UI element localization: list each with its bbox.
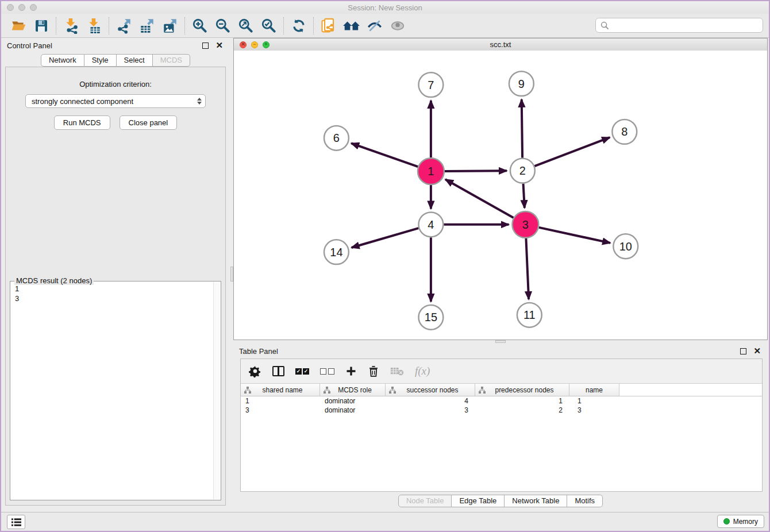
zoom-fit-button[interactable]	[234, 16, 257, 36]
graph-node-9[interactable]: 9	[509, 71, 534, 96]
edge-3-11[interactable]	[526, 238, 529, 299]
edge-2-8[interactable]	[534, 137, 610, 166]
save-session-button[interactable]	[30, 16, 53, 36]
edge-2-3[interactable]	[523, 184, 525, 208]
tab-mcds[interactable]: MCDS	[153, 54, 190, 67]
graph-node-10[interactable]: 10	[613, 234, 638, 259]
svg-text:7: 7	[428, 79, 434, 91]
close-panel-icon[interactable]: ✕	[215, 42, 223, 49]
close-panel-icon[interactable]: ✕	[753, 348, 761, 354]
first-neighbors-button[interactable]	[340, 16, 363, 36]
table-panel-tabs: Node Table Edge Table Network Table Moti…	[233, 495, 768, 507]
table-cell[interactable]: 1	[475, 397, 569, 405]
table-options-button[interactable]	[249, 365, 261, 377]
close-panel-button[interactable]: Close panel	[120, 115, 178, 130]
add-column-button[interactable]	[345, 365, 357, 377]
mcds-result-lines: 13	[10, 282, 221, 306]
graph-node-1[interactable]: 1	[418, 158, 444, 184]
status-bar: Memory	[1, 512, 769, 531]
edge-2-9[interactable]	[522, 99, 522, 158]
attribute-tree-icon	[479, 387, 486, 394]
column-header-successor-nodes[interactable]: successor nodes	[386, 384, 475, 396]
tab-motifs[interactable]: Motifs	[567, 495, 603, 507]
mcds-panel: Optimization criterion: strongly connect…	[5, 67, 226, 506]
search-icon	[600, 21, 609, 30]
criterion-select[interactable]: strongly connected component	[25, 94, 206, 108]
edge-1-6[interactable]	[351, 143, 418, 167]
import-table-button[interactable]	[83, 16, 106, 36]
graph-node-11[interactable]: 11	[517, 303, 542, 327]
zoom-fit-icon	[238, 18, 254, 34]
zoom-out-button[interactable]	[211, 16, 234, 36]
column-header-mcds-role[interactable]: MCDS role	[320, 384, 386, 396]
delete-table-button[interactable]	[390, 366, 404, 376]
select-all-rows-button[interactable]: ✓✓	[295, 368, 309, 375]
edge-4-14[interactable]	[352, 228, 419, 248]
network-window-title: scc.txt	[234, 40, 767, 49]
table-cell[interactable]: 4	[386, 397, 475, 405]
show-all-button[interactable]	[386, 16, 409, 36]
export-image-icon	[162, 18, 178, 34]
table-cell[interactable]: 3	[386, 406, 475, 414]
delete-table-icon	[390, 366, 404, 376]
network-from-selection-button[interactable]	[317, 16, 340, 36]
column-header-name[interactable]: name	[569, 384, 619, 396]
horizontal-splitter-handle[interactable]	[495, 340, 506, 343]
table-cell[interactable]: 1	[241, 397, 320, 405]
apply-layout-button[interactable]	[287, 16, 310, 36]
task-history-button[interactable]	[7, 515, 25, 529]
zoom-in-button[interactable]	[188, 16, 211, 36]
network-canvas[interactable]: 7968124314101511	[234, 51, 767, 340]
save-floppy-icon	[34, 18, 49, 33]
tab-network-table[interactable]: Network Table	[505, 495, 567, 507]
table-cell[interactable]: dominator	[320, 397, 386, 405]
tab-edge-table[interactable]: Edge Table	[452, 495, 505, 507]
open-session-button[interactable]	[7, 16, 30, 36]
table-row[interactable]: 1dominator411	[241, 396, 762, 406]
graph-node-2[interactable]: 2	[510, 159, 535, 183]
float-panel-icon[interactable]	[202, 43, 209, 49]
export-network-button[interactable]	[113, 16, 136, 36]
table-cell[interactable]: 2	[475, 406, 569, 414]
table-cell[interactable]: 3	[241, 406, 320, 414]
export-image-button[interactable]	[159, 16, 182, 36]
run-mcds-button[interactable]: Run MCDS	[54, 115, 110, 130]
zoom-selected-button[interactable]	[257, 16, 280, 36]
svg-text:9: 9	[518, 78, 525, 90]
graph-node-4[interactable]: 4	[418, 212, 443, 237]
graph-node-3[interactable]: 3	[512, 211, 538, 238]
search-input[interactable]	[612, 19, 763, 32]
graph-node-14[interactable]: 14	[324, 240, 349, 264]
table-cell[interactable]: 3	[569, 406, 619, 414]
function-builder-button[interactable]: f(x)	[415, 365, 430, 377]
graph-node-15[interactable]: 15	[418, 305, 443, 330]
import-network-button[interactable]	[60, 16, 83, 36]
table-cell[interactable]: dominator	[320, 406, 386, 414]
memory-button[interactable]: Memory	[717, 515, 764, 528]
float-panel-icon[interactable]	[740, 348, 746, 354]
result-scrollbar[interactable]	[213, 282, 220, 499]
tab-select[interactable]: Select	[117, 54, 153, 67]
hide-selected-button[interactable]	[363, 16, 386, 36]
column-header-shared-name[interactable]: shared name	[241, 384, 320, 396]
graph-node-6[interactable]: 6	[324, 126, 349, 151]
app-window: Session: New Session	[0, 0, 770, 532]
show-column-panel-button[interactable]	[272, 366, 284, 376]
search-box[interactable]	[595, 18, 763, 33]
table-row[interactable]: 3dominator323	[241, 406, 762, 415]
edge-1-2[interactable]	[445, 171, 507, 171]
tab-network[interactable]: Network	[41, 54, 84, 67]
table-cell[interactable]: 1	[569, 397, 619, 405]
node-table-container: ✓✓ f(x)	[240, 358, 763, 492]
graph-node-8[interactable]: 8	[612, 119, 637, 144]
edge-3-1[interactable]	[445, 179, 513, 218]
graph-node-7[interactable]: 7	[418, 72, 443, 97]
column-header-predecessor-nodes[interactable]: predecessor nodes	[475, 384, 569, 396]
tab-style[interactable]: Style	[84, 54, 117, 67]
export-table-button[interactable]	[136, 16, 159, 36]
deselect-all-rows-button[interactable]	[320, 368, 334, 375]
delete-column-button[interactable]	[368, 365, 379, 377]
tab-node-table[interactable]: Node Table	[398, 495, 452, 507]
svg-text:15: 15	[425, 311, 437, 323]
edge-3-10[interactable]	[539, 228, 610, 243]
